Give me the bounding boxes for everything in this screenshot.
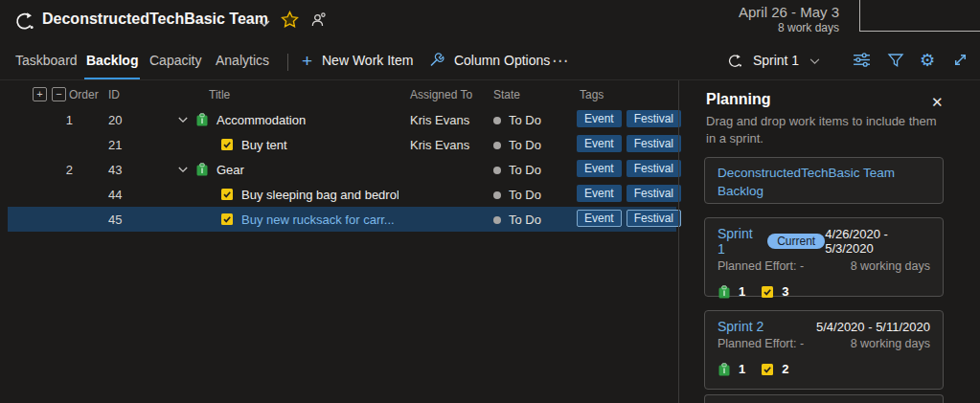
chevron-down-icon: [809, 58, 820, 65]
planned-effort: Planned Effort: -: [718, 337, 804, 350]
header-tags[interactable]: Tags: [580, 88, 604, 101]
work-item-title[interactable]: Gear: [217, 163, 244, 177]
sliders-icon: [853, 51, 871, 69]
header-id[interactable]: ID: [108, 88, 120, 101]
tag-badge: Event: [577, 160, 622, 177]
filter-funnel-icon: [887, 52, 904, 69]
working-days: 8 working days: [851, 259, 930, 273]
team-name[interactable]: DeconstructedTechBasic Team: [42, 11, 268, 28]
team-profile-icon[interactable]: [310, 11, 327, 31]
task-icon: [220, 138, 234, 151]
expand-arrows-icon: [952, 52, 969, 68]
more-options-button[interactable]: ⋯: [552, 42, 568, 79]
tag-badge: Event: [577, 135, 622, 152]
table-row-selected[interactable]: 45 Buy new rucksack for carr... ••• To D…: [8, 207, 676, 232]
table-row[interactable]: 1 20 Accommodation Kris Evans To Do Even…: [8, 107, 676, 132]
current-sprint-badge: Current: [767, 234, 825, 249]
table-header: + − Order ID Title Assigned To State Tag…: [8, 84, 676, 107]
next-sprint-card-partial[interactable]: [704, 394, 944, 403]
row-state: To Do: [509, 163, 541, 177]
state-dot: [493, 191, 501, 199]
row-order: 2: [46, 163, 73, 177]
chevron-down-icon[interactable]: [178, 167, 190, 173]
work-item-title[interactable]: Buy new rucksack for carr...: [241, 213, 395, 227]
task-icon: [220, 213, 234, 226]
collapse-all-button[interactable]: −: [52, 87, 66, 101]
task-icon: [761, 363, 774, 376]
backlog-drop-card[interactable]: DeconstructedTechBasic Team Backlog: [704, 157, 944, 204]
planning-description: Drag and drop work items to include them…: [706, 113, 947, 147]
sprint-card[interactable]: Sprint 1 Current 4/26/2020 - 5/3/2020 Pl…: [704, 217, 944, 297]
backlog-item-icon: [195, 113, 209, 126]
state-dot: [493, 167, 501, 174]
row-state: To Do: [509, 188, 541, 202]
sprint-link[interactable]: Sprint 1: [718, 226, 760, 257]
sprints-backlog-page: DeconstructedTechBasic Team April 26 - M…: [0, 0, 980, 403]
sprint-icon: [728, 54, 742, 68]
favorite-star-icon[interactable]: [281, 11, 299, 32]
table-row[interactable]: 2 43 Gear To Do EventFestival: [8, 157, 676, 182]
column-options-button[interactable]: Column Options: [429, 42, 550, 79]
expand-all-button[interactable]: +: [33, 87, 47, 101]
row-id: 43: [108, 163, 156, 177]
row-state: To Do: [509, 113, 541, 127]
header-title[interactable]: Title: [209, 88, 230, 101]
tag-badge: Festival: [627, 110, 681, 127]
new-work-item-button[interactable]: + New Work Item: [302, 42, 413, 79]
table-row[interactable]: 44 Buy sleeping bag and bedroll To Do Ev…: [8, 182, 676, 207]
task-icon: [220, 188, 234, 201]
tag-badge: Festival: [627, 135, 681, 152]
sprint-card[interactable]: Sprint 2 5/4/2020 - 5/11/2020 Planned Ef…: [704, 310, 944, 390]
work-item-title[interactable]: Accommodation: [217, 113, 306, 127]
header-order[interactable]: Order: [69, 88, 99, 101]
chevron-down-icon[interactable]: [259, 16, 270, 31]
row-id: 44: [108, 188, 156, 202]
planned-effort: Planned Effort: -: [718, 259, 804, 273]
task-icon: [761, 285, 774, 299]
row-assigned-to: Kris Evans: [410, 113, 494, 127]
sprint-date-summary: April 26 - May 3 8 work days: [739, 4, 839, 34]
fullscreen-button[interactable]: [952, 42, 969, 79]
row-state: To Do: [509, 138, 541, 152]
working-days: 8 working days: [851, 337, 930, 350]
tab-taskboard[interactable]: Taskboard: [13, 42, 80, 79]
work-item-title[interactable]: Buy sleeping bag and bedroll: [241, 188, 399, 202]
settings-button[interactable]: ⚙: [920, 42, 935, 79]
tag-badge: Festival: [627, 185, 681, 202]
task-count: 3: [782, 284, 788, 299]
filter-button[interactable]: [887, 42, 904, 79]
date-callout-box: [859, 0, 980, 32]
row-assigned-to: Kris Evans: [410, 138, 494, 152]
close-icon[interactable]: ✕: [931, 94, 944, 111]
backlog-item-icon: [718, 363, 731, 376]
tab-capacity[interactable]: Capacity: [148, 42, 203, 79]
sprint-dates: 4/26/2020 - 5/3/2020: [825, 227, 930, 256]
wrench-icon: [429, 53, 444, 68]
gear-icon: ⚙: [920, 51, 935, 70]
sprint-work-days: 8 work days: [739, 21, 839, 34]
sprint-link[interactable]: Sprint 2: [718, 319, 763, 334]
tag-badge: Event: [577, 185, 622, 202]
view-options-button[interactable]: [853, 42, 871, 79]
row-order: 1: [46, 113, 73, 127]
work-item-title[interactable]: Buy tent: [241, 138, 287, 152]
row-id: 21: [108, 138, 156, 152]
sprint-selector[interactable]: Sprint 1: [728, 42, 820, 79]
backlog-item-count: 1: [739, 284, 745, 299]
tag-badge: Festival: [627, 160, 681, 177]
chevron-down-icon[interactable]: [178, 117, 190, 123]
tab-backlog[interactable]: Backlog: [84, 42, 140, 79]
task-count: 2: [782, 362, 788, 376]
toolbar-divider: [287, 54, 288, 71]
table-row[interactable]: 21 Buy tent Kris Evans To Do EventFestiv…: [8, 132, 676, 157]
tag-badge: Festival: [627, 210, 681, 227]
header-assigned-to[interactable]: Assigned To: [410, 88, 472, 101]
header-state[interactable]: State: [493, 88, 520, 101]
state-dot: [493, 117, 501, 124]
tab-analytics[interactable]: Analytics: [214, 42, 271, 79]
sprint-date-range: April 26 - May 3: [739, 4, 839, 20]
planning-panel-title: Planning: [706, 91, 771, 108]
state-dot: [493, 216, 501, 224]
backlog-item-icon: [195, 163, 209, 176]
backlog-link[interactable]: DeconstructedTechBasic Team Backlog: [718, 164, 930, 200]
